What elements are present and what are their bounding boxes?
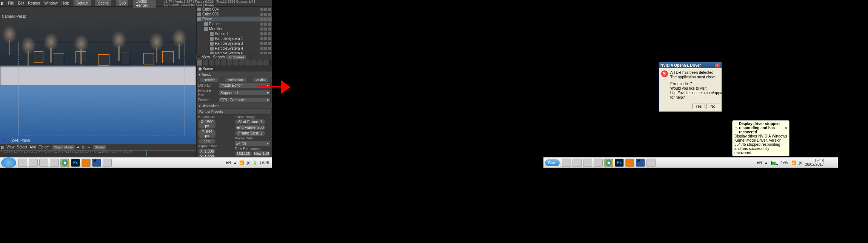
outliner-item[interactable]: Cube.005 [197, 12, 272, 17]
vp-menu-object[interactable]: Object [38, 145, 49, 149]
res-x-input[interactable]: X: 1500 px [199, 119, 215, 128]
pivot-icon[interactable]: ⊕ [82, 145, 85, 149]
frame-step-field[interactable]: Frame Step: 1 [235, 131, 265, 136]
blender-taskbar-icon[interactable] [82, 159, 91, 167]
old-field[interactable]: Old:100 [235, 151, 252, 156]
volume-icon[interactable]: 🔊 [246, 160, 251, 165]
timeline[interactable]: 0 1+12 2 2+12 3 3+12 4 4+12 5 5+12 6 6+1… [0, 150, 196, 157]
render-header[interactable]: Render [197, 72, 272, 77]
ol-menu-view[interactable]: View [202, 55, 210, 59]
texture-tab-icon[interactable] [251, 60, 257, 66]
new-field[interactable]: New:100 [253, 151, 270, 156]
world-tab-icon[interactable] [215, 60, 220, 66]
animation-button[interactable]: Animation [225, 78, 246, 82]
visibility-icon[interactable] [260, 13, 263, 16]
outliner-item[interactable]: ParticleSystem 3 [197, 41, 272, 46]
ol-menu-search[interactable]: Search [213, 55, 225, 59]
layout-selector[interactable]: Default [74, 0, 91, 6]
select-icon[interactable] [264, 42, 267, 45]
lang-indicator[interactable]: EN [226, 160, 231, 165]
notification-balloon[interactable]: Display driver stopped responding and ha… [732, 120, 790, 156]
select-icon[interactable] [264, 23, 267, 26]
select-icon[interactable] [264, 8, 267, 11]
photoshop-icon[interactable]: Ps [615, 159, 624, 167]
physics-tab-icon[interactable] [263, 60, 269, 66]
select-icon[interactable] [264, 32, 267, 35]
app-icon[interactable] [594, 159, 603, 167]
3d-viewport[interactable]: Camera Persp (244) Plane [0, 14, 196, 144]
vp-menu-add[interactable]: Add [29, 145, 36, 149]
select-icon[interactable] [264, 37, 267, 40]
end-frame-field[interactable]: End Frame: 250 [235, 125, 265, 130]
outliner-item[interactable]: Subsurf [197, 31, 272, 36]
viewlayer-selector[interactable]: Go8 [116, 0, 128, 6]
data-tab-icon[interactable] [239, 60, 245, 66]
render-icon[interactable] [268, 47, 271, 50]
render-icon[interactable] [268, 42, 271, 45]
material-tab-icon[interactable] [245, 60, 251, 66]
render-presets-dropdown[interactable]: Render Presets [197, 109, 272, 115]
dimensions-header[interactable]: Dimensions [197, 103, 272, 109]
render-icon[interactable] [268, 13, 271, 16]
photoshop-icon[interactable]: Ps [71, 159, 80, 167]
clock[interactable]: 19:46 [260, 160, 269, 165]
menu-window[interactable]: Window [44, 1, 58, 5]
word-icon[interactable]: W [92, 159, 101, 167]
timeline-ruler[interactable]: 0 1+12 2 2+12 3 3+12 4 4+12 5 5+12 6 6+1… [0, 151, 196, 156]
visibility-icon[interactable] [260, 42, 263, 45]
visibility-icon[interactable] [260, 32, 263, 35]
dialog-titlebar[interactable]: NVIDIA OpenGL Driver × [659, 62, 722, 68]
outliner-item[interactable]: Cube.004 [197, 7, 272, 12]
object-tab-icon[interactable] [221, 60, 226, 66]
select-icon[interactable] [264, 28, 267, 31]
battery-icon[interactable]: 🔋 [253, 160, 257, 165]
visibility-icon[interactable] [260, 23, 263, 26]
mode-selector[interactable]: Object Mode [52, 145, 75, 150]
render-icon[interactable] [268, 37, 271, 40]
ie-icon[interactable] [573, 159, 582, 167]
chrome-icon[interactable] [60, 159, 69, 167]
app-icon[interactable] [103, 159, 112, 167]
constraints-tab-icon[interactable] [227, 60, 232, 66]
featureset-dropdown[interactable]: Supported▾ [219, 90, 270, 95]
modifiers-tab-icon[interactable] [233, 60, 239, 66]
start-button[interactable]: Start [545, 159, 560, 166]
audio-button[interactable]: Audio [253, 78, 268, 82]
particles-tab-icon[interactable] [257, 60, 263, 66]
editor-type-icon[interactable]: ▦ [1, 145, 4, 149]
close-button[interactable]: × [715, 63, 720, 67]
render-icon[interactable] [268, 18, 271, 21]
select-icon[interactable] [264, 18, 267, 21]
app-icon[interactable] [646, 159, 656, 167]
lang-indicator[interactable]: EN [757, 160, 762, 165]
framerate-dropdown[interactable]: 24 fps▾ [235, 141, 270, 146]
outliner-item[interactable]: Plane [197, 21, 272, 26]
outliner-item[interactable]: ParticleSystem 6 [197, 51, 272, 54]
network-icon[interactable]: 📶 [791, 160, 796, 165]
layers-tab-icon[interactable] [203, 60, 208, 66]
tray-expand-icon[interactable]: ▲ [764, 160, 768, 165]
render-icon[interactable] [268, 32, 271, 35]
render-engine-selector[interactable]: Cycles Render [133, 0, 156, 8]
explorer-icon[interactable] [18, 159, 27, 167]
ie-icon[interactable] [29, 159, 38, 167]
visibility-icon[interactable] [260, 37, 263, 40]
outliner-item[interactable]: ParticleSystem 1 [197, 36, 272, 41]
device-dropdown[interactable]: GPU Compute▾ [219, 98, 270, 102]
visibility-icon[interactable] [260, 8, 263, 11]
blender-taskbar-icon[interactable] [625, 159, 634, 167]
ol-filter[interactable]: All Scenes [226, 55, 246, 60]
start-frame-field[interactable]: Start Frame: 1 [235, 119, 265, 124]
res-y-input[interactable]: Y: 844 px [199, 129, 215, 138]
menu-help[interactable]: Help [62, 1, 69, 5]
shading-icon[interactable]: ● [77, 145, 79, 149]
battery-indicator[interactable]: 49% [770, 160, 789, 165]
menu-render[interactable]: Render [28, 1, 40, 5]
scene-tab-icon[interactable] [209, 60, 214, 66]
res-pct-input[interactable]: 65% [199, 139, 215, 144]
app-icon[interactable] [583, 159, 592, 167]
outliner-item[interactable]: Plane [197, 17, 272, 21]
scene-icon[interactable]: ▣ [198, 67, 202, 71]
select-icon[interactable] [264, 13, 267, 16]
chrome-icon[interactable] [604, 159, 613, 167]
